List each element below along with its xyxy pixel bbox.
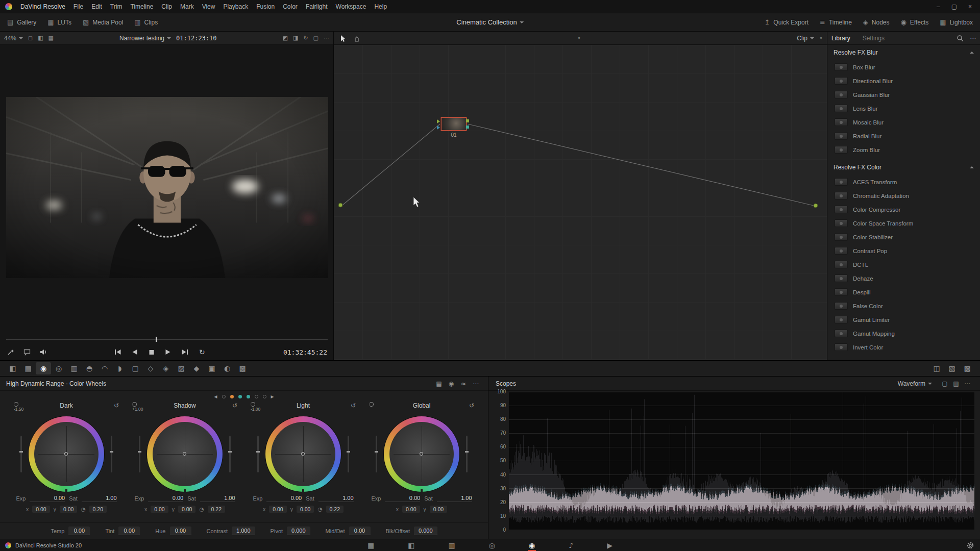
library-options-icon[interactable]: ⋯ [970, 35, 976, 42]
fx-item-color-stabilizer[interactable]: Color Stabilizer [827, 230, 980, 244]
hdr-grade-tool[interactable]: ◎ [51, 362, 66, 374]
bars-view-icon[interactable]: ◉ [445, 380, 457, 387]
corrector-node[interactable] [441, 117, 467, 131]
wheel-range-control[interactable] [369, 402, 389, 407]
first-frame-button[interactable] [113, 348, 122, 356]
palette-page-dot[interactable] [238, 395, 242, 398]
scrub-playhead[interactable] [156, 337, 157, 342]
clip-menu-dropdown[interactable]: Clip [797, 35, 814, 42]
section-resolve-fx-color[interactable]: Resolve FX Color [827, 160, 980, 175]
fx-item-color-space-transform[interactable]: Color Space Transform [827, 216, 980, 230]
y-value[interactable]: 0.00 [430, 506, 447, 513]
palette-page-dot[interactable] [255, 395, 258, 398]
wheel-range-control[interactable]: -1.00 [251, 402, 271, 412]
sat-value[interactable]: 1.00 [82, 495, 117, 502]
section-resolve-fx-blur[interactable]: Resolve FX Blur [827, 45, 980, 60]
menu-mark[interactable]: Mark [180, 3, 194, 10]
fx-item-gamut-mapping[interactable]: Gamut Mapping [827, 327, 980, 340]
page-media-icon[interactable]: ▦ [365, 540, 376, 551]
reset-icon[interactable]: ↺ [335, 402, 356, 409]
play-button[interactable] [164, 348, 173, 356]
scope-expand-icon[interactable]: ▢ [939, 380, 950, 387]
wheel-left-slider[interactable] [20, 436, 22, 472]
page-edit-icon[interactable]: ▥ [447, 540, 457, 551]
palette-page-dot[interactable] [247, 395, 250, 398]
menu-playback[interactable]: Playback [223, 3, 248, 10]
magic-mask-tool[interactable]: ◈ [158, 362, 174, 374]
node-key-output-port[interactable] [466, 126, 469, 129]
cursor-tool-icon[interactable] [338, 34, 347, 42]
fx-item-contrast-pop[interactable]: Contrast Pop [827, 244, 980, 258]
flag-icon[interactable]: ◩ [283, 35, 288, 41]
exp-value[interactable]: 0.00 [30, 495, 65, 502]
timeline-panel-button[interactable]: ≡ Timeline [820, 18, 852, 26]
exp-value[interactable]: 0.00 [148, 495, 183, 502]
sat-value[interactable]: 1.00 [318, 495, 354, 502]
reset-icon[interactable]: ↺ [99, 402, 119, 409]
menu-edit[interactable]: Edit [91, 3, 102, 10]
palette-prev-icon[interactable]: ◂ [214, 393, 217, 400]
palette-page-dot[interactable] [230, 395, 234, 398]
page-fairlight-icon[interactable]: ♪ [567, 540, 575, 551]
fx-item-false-color[interactable]: False Color [827, 299, 980, 313]
stereo-3d-tool[interactable]: ◐ [219, 362, 235, 374]
fx-item-lens-blur[interactable]: Lens Blur [827, 102, 980, 115]
fx-item-despill[interactable]: Despill [827, 285, 980, 299]
timeline-name-dropdown[interactable]: Narrower testing [119, 35, 171, 42]
tab-library[interactable]: Library [831, 35, 850, 42]
s-value[interactable]: 0.22 [208, 506, 225, 513]
wheel-puck[interactable] [64, 452, 68, 456]
lightbox-button[interactable]: ▦ Lightbox [940, 18, 973, 26]
contrast-value[interactable]: 1.000 [232, 527, 255, 535]
power-windows-tool[interactable]: ▢ [128, 362, 143, 374]
temp-value[interactable]: 0.00 [68, 527, 90, 535]
s-value[interactable]: 0.22 [326, 506, 344, 513]
menu-app[interactable]: DaVinci Resolve [20, 3, 65, 10]
wheel-range-control[interactable]: -1.50 [14, 402, 34, 412]
viewer-image[interactable] [6, 97, 328, 278]
node-rgb-output-port[interactable] [466, 119, 469, 122]
tint-value[interactable]: 0.00 [118, 527, 140, 535]
image-wipe-icon[interactable]: ▦ [48, 35, 54, 41]
scope-settings-icon[interactable]: ▥ [950, 380, 962, 387]
nodes-panel-button[interactable]: ◈ Nodes [863, 18, 890, 26]
search-icon[interactable] [955, 34, 965, 42]
y-value[interactable]: 0.00 [297, 506, 314, 513]
blur-tool[interactable]: ▨ [174, 362, 189, 374]
s-value[interactable]: 0.20 [89, 506, 107, 513]
page-color-icon[interactable]: ◉ [527, 540, 537, 551]
wheel-right-slider[interactable] [111, 436, 112, 472]
y-value[interactable]: 0.00 [178, 506, 195, 513]
wheel-right-slider[interactable] [348, 436, 349, 472]
tracker-tool[interactable]: ◇ [143, 362, 158, 374]
close-button[interactable]: × [968, 3, 972, 10]
y-value[interactable]: 0.00 [60, 506, 77, 513]
menu-trim[interactable]: Trim [110, 3, 122, 10]
fx-item-dehaze[interactable]: Dehaze [827, 271, 980, 285]
scope-type-dropdown[interactable]: Waveform [898, 380, 932, 387]
node-key-input-port[interactable] [437, 126, 440, 130]
minimize-button[interactable]: – [937, 3, 940, 10]
exp-value[interactable]: 0.00 [266, 495, 302, 502]
fx-item-dctl[interactable]: DCTL [827, 258, 980, 271]
color-wheel[interactable] [384, 416, 459, 492]
page-fusion-icon[interactable]: ◎ [487, 540, 497, 551]
blk-offset-value[interactable]: 0.000 [414, 527, 437, 535]
play-reverse-button[interactable] [130, 348, 139, 356]
single-clip-icon[interactable]: ◻ [28, 35, 33, 41]
viewer-zoom-dropdown[interactable]: 44% [4, 35, 23, 42]
fx-item-color-compressor[interactable]: Color Compressor [827, 203, 980, 216]
fx-item-zoom-blur[interactable]: Zoom Blur [827, 143, 980, 157]
wheel-puck[interactable] [183, 452, 186, 456]
viewer-options-icon[interactable]: ⋯ [324, 35, 329, 41]
clips-button[interactable]: ▥ Clips [134, 18, 158, 26]
last-frame-button[interactable] [181, 348, 190, 356]
key-tool[interactable]: ◆ [189, 362, 204, 374]
node-graph-canvas[interactable]: 01 [334, 45, 827, 360]
color-wheels-tool[interactable]: ◉ [36, 362, 51, 374]
auto-grade-icon[interactable] [6, 348, 15, 356]
x-value[interactable]: 0.00 [32, 506, 50, 513]
hand-tool-icon[interactable] [352, 34, 361, 42]
loop-range-icon[interactable]: ↻ [303, 35, 308, 41]
palette-page-dot[interactable] [263, 395, 266, 398]
